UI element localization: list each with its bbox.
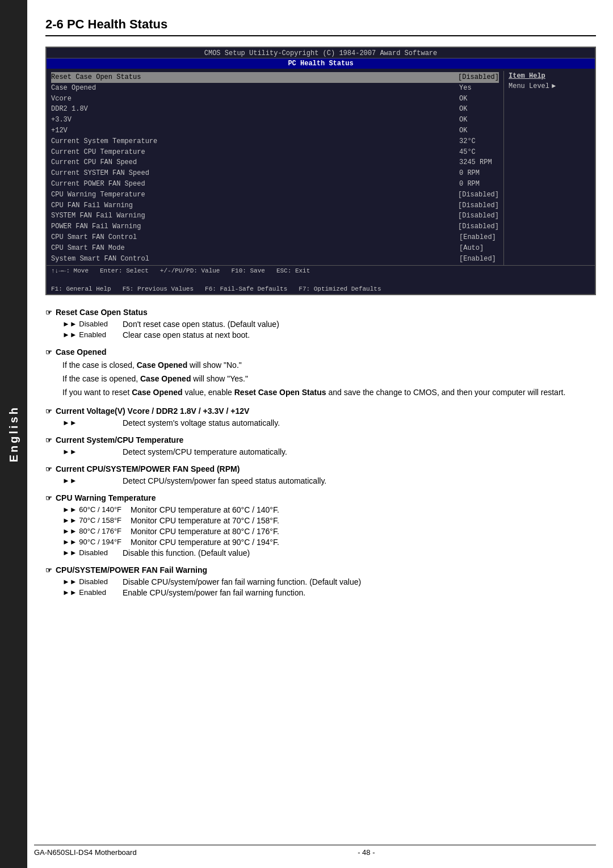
section-case-opened: ☞ Case OpenedIf the case is closed, Case… bbox=[45, 347, 596, 399]
bios-row[interactable]: CPU FAN Fail Warning[Disabled] bbox=[51, 200, 499, 211]
bullet-desc: Don't reset case open status. (Default v… bbox=[123, 320, 596, 329]
bios-row[interactable]: Reset Case Open Status[Disabled] bbox=[51, 72, 499, 83]
bios-row[interactable]: CPU Smart FAN Mode[Auto] bbox=[51, 243, 499, 254]
bullet-item: ►► DisabledDon't reset case open status.… bbox=[62, 320, 596, 329]
bios-title: CMOS Setup Utility-Copyright (C) 1984-20… bbox=[47, 48, 595, 58]
section-reset-case-open-status: ☞ Reset Case Open Status►► DisabledDon't… bbox=[45, 308, 596, 339]
bios-row-value: 0 RPM bbox=[454, 179, 499, 189]
bullet-list: ►► 60°C / 140°FMonitor CPU temperature a… bbox=[62, 505, 596, 557]
bios-right-panel: Item Help Menu Level ► bbox=[504, 71, 595, 265]
section-title: ☞ Case Opened bbox=[45, 347, 596, 357]
section-arrow-icon: ☞ bbox=[45, 494, 52, 502]
bullet-item: ►► DisabledDisable CPU/system/power fan … bbox=[62, 577, 596, 586]
bios-row[interactable]: Current CPU Temperature45°C bbox=[51, 147, 499, 158]
bullet-marker: ►► 70°C / 158°F bbox=[62, 516, 121, 525]
bullet-marker: ►► bbox=[62, 476, 114, 485]
section-cpu-warning-temp: ☞ CPU Warning Temperature►► 60°C / 140°F… bbox=[45, 493, 596, 557]
section-title: ☞ Current Voltage(V) Vcore / DDR2 1.8V /… bbox=[45, 406, 596, 416]
bullet-marker: ►► Enabled bbox=[62, 330, 114, 339]
bullet-desc: Enable CPU/system/power fan fail warning… bbox=[123, 588, 596, 597]
main-content: 2-6 PC Health Status CMOS Setup Utility-… bbox=[34, 0, 613, 622]
bullet-marker: ►► bbox=[62, 418, 114, 427]
bullet-marker: ►► Disabled bbox=[62, 320, 114, 328]
bios-row[interactable]: +3.3VOK bbox=[51, 115, 499, 125]
bullet-item: ►► Detect CPU/system/power fan speed sta… bbox=[62, 476, 596, 485]
bullet-desc: Disable CPU/system/power fan fail warnin… bbox=[123, 577, 596, 586]
bios-row-value: OK bbox=[454, 104, 499, 114]
bios-footer: ↑↓→←: MoveEnter: Select+/-/PU/PD: ValueF… bbox=[47, 265, 595, 294]
bios-row-value: [Disabled] bbox=[452, 190, 499, 200]
bios-row-value: 45°C bbox=[454, 148, 499, 157]
section-cpu-system-power-fan-fail: ☞ CPU/SYSTEM/POWER FAN Fail Warning►► Di… bbox=[45, 565, 596, 597]
bios-row-value: 32°C bbox=[454, 137, 499, 146]
bullet-item: ►► Detect system/CPU temperature automat… bbox=[62, 447, 596, 456]
bullet-desc: Monitor CPU temperature at 60°C / 140°F. bbox=[131, 505, 596, 514]
bios-footer-item: F10: Save bbox=[231, 267, 264, 274]
bios-row[interactable]: Case OpenedYes bbox=[51, 83, 499, 94]
bios-row[interactable]: POWER FAN Fail Warning[Disabled] bbox=[51, 221, 499, 232]
bios-subtitle: PC Health Status bbox=[47, 58, 595, 69]
menu-level-arrow: ► bbox=[552, 82, 556, 90]
bullet-list: ►► DisabledDisable CPU/system/power fan … bbox=[62, 577, 596, 597]
bios-footer-item: F5: Previous Values bbox=[123, 286, 194, 292]
bios-row-label: +12V bbox=[51, 126, 454, 136]
bios-row-label: Current POWER FAN Speed bbox=[51, 179, 454, 189]
bios-row-label: SYSTEM FAN Fail Warning bbox=[51, 211, 452, 221]
bios-row-label: Current CPU FAN Speed bbox=[51, 158, 454, 167]
bios-row-value: 0 RPM bbox=[454, 169, 499, 178]
bios-row-value: OK bbox=[454, 115, 499, 125]
bullet-desc: Disable this function. (Default value) bbox=[123, 548, 596, 557]
bios-row[interactable]: +12VOK bbox=[51, 125, 499, 136]
bullet-item: ►► 90°C / 194°FMonitor CPU temperature a… bbox=[62, 538, 596, 547]
bios-row[interactable]: CPU Smart FAN Control[Enabled] bbox=[51, 232, 499, 243]
bullet-list: ►► Detect system/CPU temperature automat… bbox=[62, 447, 596, 456]
bullet-desc: Clear case open status at next boot. bbox=[123, 330, 596, 339]
bios-row-value: [Disabled] bbox=[452, 201, 499, 211]
bios-row-label: CPU FAN Fail Warning bbox=[51, 201, 452, 211]
bullet-desc: Detect CPU/system/power fan speed status… bbox=[123, 476, 596, 485]
bullet-item: ►► 70°C / 158°FMonitor CPU temperature a… bbox=[62, 516, 596, 525]
bios-row[interactable]: SYSTEM FAN Fail Warning[Disabled] bbox=[51, 211, 499, 221]
bullet-desc: Monitor CPU temperature at 70°C / 158°F. bbox=[131, 516, 596, 525]
page-heading: 2-6 PC Health Status bbox=[45, 17, 596, 36]
bios-main-area: Reset Case Open Status[Disabled]Case Ope… bbox=[47, 69, 595, 265]
bullet-list: ►► Detect system's voltage status automa… bbox=[62, 418, 596, 427]
bullet-marker: ►► 90°C / 194°F bbox=[62, 538, 121, 546]
bios-row-label: CPU Warning Temperature bbox=[51, 190, 452, 200]
bullet-desc: Detect system/CPU temperature automatica… bbox=[123, 447, 596, 456]
bios-row[interactable]: Current CPU FAN Speed3245 RPM bbox=[51, 157, 499, 168]
sidebar-label: English bbox=[7, 405, 20, 462]
bios-row[interactable]: Current System Temperature32°C bbox=[51, 136, 499, 147]
bios-row[interactable]: CPU Warning Temperature[Disabled] bbox=[51, 190, 499, 200]
bios-row-value: [Disabled] bbox=[452, 211, 499, 221]
footer-center: - 48 - bbox=[358, 848, 375, 857]
bios-row-value: [Disabled] bbox=[452, 73, 499, 82]
section-current-fan-speed: ☞ Current CPU/SYSTEM/POWER FAN Speed (RP… bbox=[45, 464, 596, 485]
footer-left: GA-N650SLI-DS4 Motherboard bbox=[34, 848, 137, 857]
section-arrow-icon: ☞ bbox=[45, 407, 52, 416]
bullet-item: ►► Detect system's voltage status automa… bbox=[62, 418, 596, 427]
bios-row-label: Reset Case Open Status bbox=[51, 73, 452, 82]
section-para: If you want to reset Case Opened value, … bbox=[62, 387, 596, 399]
bullet-list: ►► Detect CPU/system/power fan speed sta… bbox=[62, 476, 596, 485]
bios-row-label: Case Opened bbox=[51, 83, 454, 93]
bios-row[interactable]: System Smart FAN Control[Enabled] bbox=[51, 254, 499, 265]
section-title: ☞ Current CPU/SYSTEM/POWER FAN Speed (RP… bbox=[45, 464, 596, 473]
section-arrow-icon: ☞ bbox=[45, 436, 52, 445]
bullet-marker: ►► 80°C / 176°F bbox=[62, 527, 121, 535]
bullet-desc: Detect system's voltage status automatic… bbox=[123, 418, 596, 427]
bios-footer-item: ESC: Exit bbox=[276, 267, 310, 274]
bullet-item: ►► 80°C / 176°FMonitor CPU temperature a… bbox=[62, 527, 596, 536]
bios-row[interactable]: Current POWER FAN Speed0 RPM bbox=[51, 179, 499, 190]
bios-row[interactable]: Current SYSTEM FAN Speed0 RPM bbox=[51, 168, 499, 179]
doc-sections: ☞ Reset Case Open Status►► DisabledDon't… bbox=[45, 308, 596, 597]
bios-row[interactable]: DDR2 1.8VOK bbox=[51, 104, 499, 115]
menu-level: Menu Level ► bbox=[509, 82, 590, 90]
bios-footer-item: +/-/PU/PD: Value bbox=[160, 267, 220, 274]
section-arrow-icon: ☞ bbox=[45, 465, 52, 473]
section-title: ☞ CPU Warning Temperature bbox=[45, 493, 596, 502]
bios-row-label: System Smart FAN Control bbox=[51, 254, 454, 264]
bullet-marker: ►► Enabled bbox=[62, 588, 114, 597]
bios-row[interactable]: VcoreOK bbox=[51, 94, 499, 104]
bios-footer-item: F7: Optimized Defaults bbox=[299, 286, 381, 292]
